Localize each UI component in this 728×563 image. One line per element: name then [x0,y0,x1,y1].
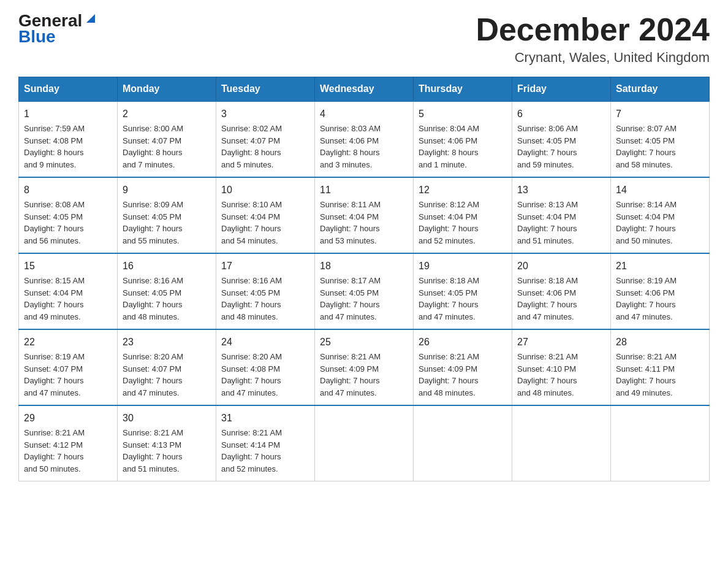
empty-cell [414,405,512,481]
day-cell-29: 29Sunrise: 8:21 AM Sunset: 4:12 PM Dayli… [19,405,118,481]
day-number: 11 [320,183,408,197]
day-number: 21 [616,259,704,274]
day-number: 17 [221,259,309,274]
day-info: Sunrise: 8:21 AM Sunset: 4:09 PM Dayligh… [419,351,507,399]
day-number: 2 [123,107,211,121]
day-info: Sunrise: 7:59 AM Sunset: 4:08 PM Dayligh… [24,123,112,170]
day-info: Sunrise: 8:16 AM Sunset: 4:05 PM Dayligh… [221,275,309,323]
day-number: 20 [517,259,605,274]
day-cell-6: 6Sunrise: 8:06 AM Sunset: 4:05 PM Daylig… [512,101,611,177]
day-info: Sunrise: 8:08 AM Sunset: 4:05 PM Dayligh… [24,199,112,247]
day-cell-14: 14Sunrise: 8:14 AM Sunset: 4:04 PM Dayli… [611,177,710,253]
day-cell-11: 11Sunrise: 8:11 AM Sunset: 4:04 PM Dayli… [315,177,414,253]
day-number: 5 [419,107,507,121]
day-cell-20: 20Sunrise: 8:18 AM Sunset: 4:06 PM Dayli… [512,253,611,329]
day-cell-13: 13Sunrise: 8:13 AM Sunset: 4:04 PM Dayli… [512,177,611,253]
day-info: Sunrise: 8:21 AM Sunset: 4:11 PM Dayligh… [616,351,704,399]
day-number: 25 [320,335,408,350]
day-cell-7: 7Sunrise: 8:07 AM Sunset: 4:05 PM Daylig… [611,101,710,177]
title-area: December 2024 Crynant, Wales, United Kin… [476,12,710,66]
day-info: Sunrise: 8:20 AM Sunset: 4:08 PM Dayligh… [221,351,309,399]
day-number: 27 [517,335,605,350]
day-info: Sunrise: 8:00 AM Sunset: 4:07 PM Dayligh… [123,123,211,170]
day-cell-16: 16Sunrise: 8:16 AM Sunset: 4:05 PM Dayli… [118,253,216,329]
day-cell-19: 19Sunrise: 8:18 AM Sunset: 4:05 PM Dayli… [414,253,512,329]
day-cell-22: 22Sunrise: 8:19 AM Sunset: 4:07 PM Dayli… [19,329,118,405]
day-number: 8 [24,183,112,197]
day-cell-5: 5Sunrise: 8:04 AM Sunset: 4:06 PM Daylig… [414,101,512,177]
empty-cell [512,405,611,481]
day-number: 23 [123,335,211,350]
day-info: Sunrise: 8:18 AM Sunset: 4:05 PM Dayligh… [419,275,507,323]
day-cell-9: 9Sunrise: 8:09 AM Sunset: 4:05 PM Daylig… [118,177,216,253]
day-info: Sunrise: 8:21 AM Sunset: 4:14 PM Dayligh… [221,427,309,475]
day-info: Sunrise: 8:07 AM Sunset: 4:05 PM Dayligh… [616,123,704,170]
day-info: Sunrise: 8:17 AM Sunset: 4:05 PM Dayligh… [320,275,408,323]
day-info: Sunrise: 8:12 AM Sunset: 4:04 PM Dayligh… [419,199,507,247]
day-cell-3: 3Sunrise: 8:02 AM Sunset: 4:07 PM Daylig… [216,101,315,177]
weekday-header-friday: Friday [512,77,611,102]
day-info: Sunrise: 8:21 AM Sunset: 4:12 PM Dayligh… [24,427,112,475]
day-info: Sunrise: 8:14 AM Sunset: 4:04 PM Dayligh… [616,199,704,247]
day-cell-28: 28Sunrise: 8:21 AM Sunset: 4:11 PM Dayli… [611,329,710,405]
day-cell-25: 25Sunrise: 8:21 AM Sunset: 4:09 PM Dayli… [315,329,414,405]
day-info: Sunrise: 8:06 AM Sunset: 4:05 PM Dayligh… [517,123,605,170]
day-number: 12 [419,183,507,197]
day-number: 1 [24,107,112,121]
day-number: 6 [517,107,605,121]
week-row-5: 29Sunrise: 8:21 AM Sunset: 4:12 PM Dayli… [19,405,710,481]
day-number: 10 [221,183,309,197]
day-info: Sunrise: 8:21 AM Sunset: 4:10 PM Dayligh… [517,351,605,399]
week-row-4: 22Sunrise: 8:19 AM Sunset: 4:07 PM Dayli… [19,329,710,405]
day-number: 3 [221,107,309,121]
weekday-header-wednesday: Wednesday [315,77,414,102]
svg-marker-0 [86,14,95,23]
day-cell-2: 2Sunrise: 8:00 AM Sunset: 4:07 PM Daylig… [118,101,216,177]
day-number: 24 [221,335,309,350]
day-cell-21: 21Sunrise: 8:19 AM Sunset: 4:06 PM Dayli… [611,253,710,329]
day-info: Sunrise: 8:21 AM Sunset: 4:09 PM Dayligh… [320,351,408,399]
weekday-header-thursday: Thursday [414,77,512,102]
day-info: Sunrise: 8:02 AM Sunset: 4:07 PM Dayligh… [221,123,309,170]
day-info: Sunrise: 8:15 AM Sunset: 4:04 PM Dayligh… [24,275,112,323]
day-cell-24: 24Sunrise: 8:20 AM Sunset: 4:08 PM Dayli… [216,329,315,405]
day-number: 13 [517,183,605,197]
day-info: Sunrise: 8:09 AM Sunset: 4:05 PM Dayligh… [123,199,211,247]
week-row-3: 15Sunrise: 8:15 AM Sunset: 4:04 PM Dayli… [19,253,710,329]
logo-blue: Blue [18,27,56,47]
day-info: Sunrise: 8:19 AM Sunset: 4:07 PM Dayligh… [24,351,112,399]
day-info: Sunrise: 8:03 AM Sunset: 4:06 PM Dayligh… [320,123,408,170]
day-cell-27: 27Sunrise: 8:21 AM Sunset: 4:10 PM Dayli… [512,329,611,405]
day-info: Sunrise: 8:04 AM Sunset: 4:06 PM Dayligh… [419,123,507,170]
day-number: 19 [419,259,507,274]
weekday-header-sunday: Sunday [19,77,118,102]
day-number: 16 [123,259,211,274]
day-cell-4: 4Sunrise: 8:03 AM Sunset: 4:06 PM Daylig… [315,101,414,177]
day-number: 4 [320,107,408,121]
day-info: Sunrise: 8:11 AM Sunset: 4:04 PM Dayligh… [320,199,408,247]
day-info: Sunrise: 8:18 AM Sunset: 4:06 PM Dayligh… [517,275,605,323]
day-cell-8: 8Sunrise: 8:08 AM Sunset: 4:05 PM Daylig… [19,177,118,253]
calendar-table: SundayMondayTuesdayWednesdayThursdayFrid… [18,77,710,481]
day-cell-23: 23Sunrise: 8:20 AM Sunset: 4:07 PM Dayli… [118,329,216,405]
day-cell-1: 1Sunrise: 7:59 AM Sunset: 4:08 PM Daylig… [19,101,118,177]
day-number: 31 [221,411,309,426]
day-number: 30 [123,411,211,426]
day-number: 28 [616,335,704,350]
day-cell-15: 15Sunrise: 8:15 AM Sunset: 4:04 PM Dayli… [19,253,118,329]
day-cell-26: 26Sunrise: 8:21 AM Sunset: 4:09 PM Dayli… [414,329,512,405]
logo-triangle-icon [84,12,97,25]
day-number: 14 [616,183,704,197]
week-row-2: 8Sunrise: 8:08 AM Sunset: 4:05 PM Daylig… [19,177,710,253]
day-info: Sunrise: 8:19 AM Sunset: 4:06 PM Dayligh… [616,275,704,323]
weekday-header-saturday: Saturday [611,77,710,102]
logo: General Blue [18,12,97,47]
weekday-header-tuesday: Tuesday [216,77,315,102]
day-cell-18: 18Sunrise: 8:17 AM Sunset: 4:05 PM Dayli… [315,253,414,329]
week-row-1: 1Sunrise: 7:59 AM Sunset: 4:08 PM Daylig… [19,101,710,177]
weekday-header-monday: Monday [118,77,216,102]
day-info: Sunrise: 8:20 AM Sunset: 4:07 PM Dayligh… [123,351,211,399]
day-number: 15 [24,259,112,274]
day-info: Sunrise: 8:16 AM Sunset: 4:05 PM Dayligh… [123,275,211,323]
day-cell-17: 17Sunrise: 8:16 AM Sunset: 4:05 PM Dayli… [216,253,315,329]
